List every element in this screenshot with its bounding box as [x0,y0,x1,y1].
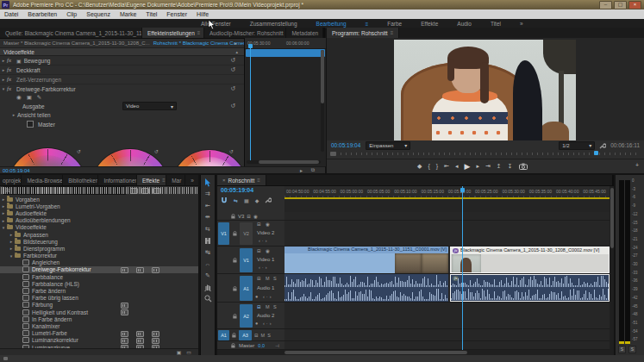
effect-controls-timecode[interactable]: 00:05:19:04 [3,168,30,173]
extract-button[interactable]: ↧ [508,163,513,170]
keyframe-nav-icons[interactable]: ‹·› [263,321,273,326]
tree-item-dreiwege-farbkorrektur[interactable]: Dreiwege-Farbkorrektur [0,266,198,273]
tree-item-angleichen[interactable]: Angleichen [0,259,198,266]
sync-lock-icon[interactable]: ⊟ [254,333,259,338]
effect-controls-mini-timeline[interactable]: 00:05:30:00 00:06:00:00 Blackmagic Cinem… [244,38,326,166]
track-header-v1[interactable]: V1 ⊟ ◉ Video 1 ‹·› [217,247,284,274]
tree-item-lumetri-farbe[interactable]: Lumetri-Farbe [0,330,198,337]
export-frame-button[interactable] [519,163,528,170]
track-target-a2[interactable]: A2 [240,304,253,328]
solo-button[interactable]: S [273,304,277,309]
clip-audio-1[interactable] [284,274,448,302]
tree-item-farbe-andern[interactable]: Farbe ändern [0,287,198,294]
video-frame[interactable] [394,40,576,140]
effect-row-bewegung[interactable]: ▸ fx ▣ Bewegung ↺ [0,56,244,66]
sync-lock-icon[interactable]: ⊟ [257,222,261,227]
step-back-button[interactable]: ◂ [455,163,459,170]
menu-item[interactable]: Datei [4,11,18,17]
tree-item-audioeffekte[interactable]: ▸Audioeffekte [0,209,198,216]
effect-row-zeitverzerrungen[interactable]: ▸ fx Zeit-Verzerrungen [0,75,244,84]
snap-magnet-icon[interactable] [221,197,228,203]
tree-item-lumetri-vorgaben[interactable]: ▸Lumetri-Vorgaben [0,203,198,209]
add-marker-button[interactable]: ◆ [417,163,422,170]
mini-timeline-hscrollbar[interactable] [247,160,321,164]
lane-master[interactable] [284,341,610,350]
filter-yuv-icon[interactable] [153,188,160,194]
tabs-overflow-icon[interactable]: » [185,175,198,185]
track-output-eye-icon[interactable]: ◉ [266,248,270,253]
ansicht-teilen-row[interactable]: ▸ Ansicht teilen [0,110,244,119]
tab-audio-clip-mixer[interactable]: Audioclip-Mischer: Rohschnitt [204,28,286,38]
tree-item-vorgaben[interactable]: ▸Vorgaben [0,196,198,203]
lane-v2[interactable] [284,221,610,247]
clip-video-2-selected[interactable]: fxBlackmagic Cinema Camera_1_2015-11-30_… [450,247,610,273]
tree-item-farbung[interactable]: Färbung [0,302,198,309]
solo-left-button[interactable]: S [618,346,626,353]
tree-item-in-farbe-andern[interactable]: In Farbe ändern [0,315,198,322]
lane-a2[interactable] [284,303,610,329]
toggle-effects-icon[interactable]: ⧉ [311,167,315,173]
add-marker-icon[interactable]: ◆ [255,197,259,203]
voiceover-record-icon[interactable]: ● [255,321,258,326]
close-tab-icon[interactable]: × [222,178,226,183]
tree-item-videoeffekte[interactable]: ▾Videoeffekte [0,224,198,231]
tab-effekte[interactable]: Effekte ≡ [137,175,166,185]
lock-icon[interactable] [233,314,237,319]
video-effects-section[interactable]: Videoeffekte ▴ [0,48,244,56]
go-to-in-button[interactable]: ⇤ [444,163,449,170]
workspace-alle-fenster[interactable]: Alle Fenster [201,21,231,27]
razor-tool[interactable] [203,237,213,245]
master-clip-label[interactable]: Master * Blackmagic Cinema Camera_1_2015… [3,41,150,46]
track-target-v1[interactable]: V1 [240,248,253,272]
rate-stretch-tool[interactable]: ⇆ [203,225,213,233]
mini-timeline-ruler[interactable]: 00:05:30:00 00:06:00:00 [245,38,326,49]
reset-icon[interactable]: ↺ [230,57,235,64]
panel-menu-icon[interactable]: ≡ [162,178,166,183]
new-bin-icon[interactable]: ▣ [177,349,182,355]
mute-button[interactable]: M [261,333,266,338]
menu-item[interactable]: Sequenz [86,11,110,17]
play-button[interactable]: ▶ [464,162,470,171]
timeline-timecode[interactable]: 00:05:19:04 [221,187,253,193]
timeline-wrench-icon[interactable] [265,197,272,203]
lane-v1[interactable]: Blackmagic Cinema Camera_1_2015-11-30_11… [284,247,610,274]
reset-highlights-icon[interactable]: ↺ [229,148,234,154]
workspace-audio[interactable]: Audio [457,21,472,27]
pen-tool[interactable]: ✎ [203,272,213,279]
solo-button[interactable]: S [267,333,271,338]
play-only-icon[interactable]: ▸ [300,167,303,173]
clip-audio-2-selected[interactable]: fx [450,274,610,302]
solo-button[interactable]: S [273,276,277,281]
hand-tool[interactable] [203,284,213,291]
lane-a3[interactable] [284,329,610,341]
track-header-master[interactable]: Master 0,0 ⊣ [217,341,284,350]
track-header-a2[interactable]: A2 ⊟ M S Audio 2 ● ‹·› [217,303,284,329]
mini-playhead-grip[interactable] [248,44,253,48]
tab-effect-controls[interactable]: Effekteinstellungen ≡ [142,28,204,38]
tree-item-luminanzkorrektur[interactable]: Luminanzkorrektur [0,337,198,344]
menu-item[interactable]: Titel [146,11,157,17]
panel-menu-icon[interactable]: ≡ [257,178,260,183]
mute-button[interactable]: M [266,304,270,309]
mini-timeline-playhead[interactable] [250,48,251,160]
menu-item[interactable]: Fenster [166,11,187,17]
tab-source-monitor[interactable]: Quelle: Blackmagic Cinema Camera_1_2015-… [0,28,142,38]
lock-icon[interactable] [231,214,235,219]
tree-item-bildsteuerung[interactable]: ▸Bildsteuerung [0,238,198,245]
panel-menu-icon[interactable]: ≡ [197,30,201,35]
reset-icon[interactable]: ↺ [230,85,235,92]
timeline-playhead-grip[interactable] [460,188,465,192]
delete-icon[interactable]: ▭ [186,349,191,355]
track-target-v2[interactable]: V2 [240,222,253,245]
mini-timeline-vscrollbar[interactable] [321,50,324,152]
tab-informationen[interactable]: Informationen [98,175,137,185]
mark-in-button[interactable]: { [428,163,429,169]
master-checkbox[interactable] [27,121,34,128]
menu-item[interactable]: Marke [120,11,136,17]
header-expand-icon[interactable]: ▸ [234,41,237,46]
rolling-edit-tool[interactable]: ⇹ [203,214,213,222]
source-patch-v1[interactable]: V1 [218,222,229,245]
tree-item-farbbalance[interactable]: Farbbalance [0,273,198,280]
tree-item-farbbalance-hls[interactable]: Farbbalance (HLS) [0,280,198,287]
minimize-button[interactable]: – [599,1,612,9]
